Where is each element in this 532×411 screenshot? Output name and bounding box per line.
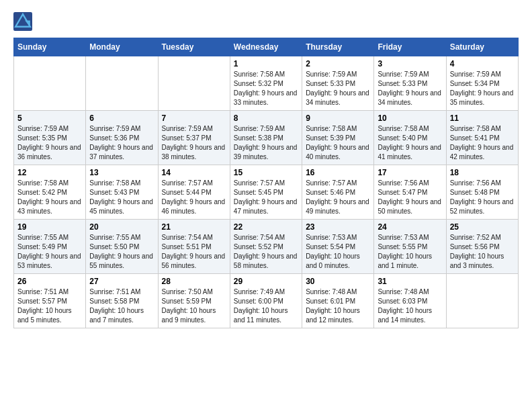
table-row: 18Sunrise: 7:56 AM Sunset: 5:48 PM Dayli…	[446, 165, 518, 220]
table-row	[14, 56, 86, 111]
day-info: Sunrise: 7:58 AM Sunset: 5:32 PM Dayligh…	[234, 70, 298, 107]
day-number: 3	[378, 59, 442, 68]
day-number: 11	[450, 113, 515, 123]
day-info: Sunrise: 7:51 AM Sunset: 5:57 PM Dayligh…	[17, 287, 82, 325]
day-info: Sunrise: 7:56 AM Sunset: 5:47 PM Dayligh…	[378, 179, 442, 216]
table-row: 7Sunrise: 7:59 AM Sunset: 5:37 PM Daylig…	[158, 111, 230, 165]
day-info: Sunrise: 7:59 AM Sunset: 5:37 PM Dayligh…	[162, 124, 226, 162]
table-row: 20Sunrise: 7:55 AM Sunset: 5:50 PM Dayli…	[86, 220, 158, 274]
day-number: 12	[17, 168, 82, 177]
day-number: 26	[17, 277, 82, 286]
day-info: Sunrise: 7:53 AM Sunset: 5:55 PM Dayligh…	[378, 233, 442, 271]
day-info: Sunrise: 7:57 AM Sunset: 5:46 PM Dayligh…	[306, 179, 370, 216]
calendar-week-row: 1Sunrise: 7:58 AM Sunset: 5:32 PM Daylig…	[14, 56, 519, 111]
day-number: 18	[450, 168, 515, 177]
table-row: 31Sunrise: 7:48 AM Sunset: 6:03 PM Dayli…	[374, 274, 446, 328]
day-number: 22	[234, 222, 298, 232]
table-row	[158, 56, 230, 111]
header-friday: Friday	[374, 38, 446, 56]
day-number: 2	[306, 59, 370, 68]
day-info: Sunrise: 7:48 AM Sunset: 6:01 PM Dayligh…	[306, 287, 370, 325]
table-row: 14Sunrise: 7:57 AM Sunset: 5:44 PM Dayli…	[158, 165, 230, 220]
day-number: 29	[234, 277, 298, 286]
day-info: Sunrise: 7:59 AM Sunset: 5:35 PM Dayligh…	[17, 124, 82, 162]
day-number: 25	[450, 222, 515, 232]
day-info: Sunrise: 7:57 AM Sunset: 5:45 PM Dayligh…	[234, 179, 298, 216]
day-number: 14	[162, 168, 226, 177]
table-row: 27Sunrise: 7:51 AM Sunset: 5:58 PM Dayli…	[86, 274, 158, 328]
day-number: 16	[306, 168, 370, 177]
logo-icon	[13, 12, 32, 31]
day-number: 17	[378, 168, 442, 177]
header-saturday: Saturday	[446, 38, 518, 56]
day-number: 21	[162, 222, 226, 232]
table-row: 29Sunrise: 7:49 AM Sunset: 6:00 PM Dayli…	[230, 274, 302, 328]
table-row: 13Sunrise: 7:58 AM Sunset: 5:43 PM Dayli…	[86, 165, 158, 220]
day-info: Sunrise: 7:59 AM Sunset: 5:33 PM Dayligh…	[378, 70, 442, 107]
table-row: 17Sunrise: 7:56 AM Sunset: 5:47 PM Dayli…	[374, 165, 446, 220]
table-row: 19Sunrise: 7:55 AM Sunset: 5:49 PM Dayli…	[14, 220, 86, 274]
table-row: 16Sunrise: 7:57 AM Sunset: 5:46 PM Dayli…	[302, 165, 374, 220]
day-number: 24	[378, 222, 442, 232]
day-info: Sunrise: 7:59 AM Sunset: 5:38 PM Dayligh…	[234, 124, 298, 162]
table-row: 4Sunrise: 7:59 AM Sunset: 5:34 PM Daylig…	[446, 56, 518, 111]
table-row: 25Sunrise: 7:52 AM Sunset: 5:56 PM Dayli…	[446, 220, 518, 274]
day-number: 19	[17, 222, 82, 232]
table-row: 26Sunrise: 7:51 AM Sunset: 5:57 PM Dayli…	[14, 274, 86, 328]
day-number: 30	[306, 277, 370, 286]
header-wednesday: Wednesday	[230, 38, 302, 56]
table-row: 5Sunrise: 7:59 AM Sunset: 5:35 PM Daylig…	[14, 111, 86, 165]
table-row: 8Sunrise: 7:59 AM Sunset: 5:38 PM Daylig…	[230, 111, 302, 165]
day-info: Sunrise: 7:57 AM Sunset: 5:44 PM Dayligh…	[162, 179, 226, 216]
table-row: 12Sunrise: 7:58 AM Sunset: 5:42 PM Dayli…	[14, 165, 86, 220]
day-info: Sunrise: 7:49 AM Sunset: 6:00 PM Dayligh…	[234, 287, 298, 325]
calendar-page: Sunday Monday Tuesday Wednesday Thursday…	[0, 0, 532, 411]
day-number: 5	[17, 113, 82, 123]
day-number: 8	[234, 113, 298, 123]
day-number: 27	[89, 277, 154, 286]
table-row: 2Sunrise: 7:59 AM Sunset: 5:33 PM Daylig…	[302, 56, 374, 111]
day-info: Sunrise: 7:53 AM Sunset: 5:54 PM Dayligh…	[306, 233, 370, 271]
day-info: Sunrise: 7:58 AM Sunset: 5:40 PM Dayligh…	[378, 124, 442, 162]
day-number: 15	[234, 168, 298, 177]
day-info: Sunrise: 7:54 AM Sunset: 5:51 PM Dayligh…	[162, 233, 226, 271]
table-row: 3Sunrise: 7:59 AM Sunset: 5:33 PM Daylig…	[374, 56, 446, 111]
header-monday: Monday	[86, 38, 158, 56]
table-row: 24Sunrise: 7:53 AM Sunset: 5:55 PM Dayli…	[374, 220, 446, 274]
day-number: 28	[162, 277, 226, 286]
day-number: 13	[89, 168, 154, 177]
table-row	[446, 274, 518, 328]
day-info: Sunrise: 7:58 AM Sunset: 5:42 PM Dayligh…	[17, 179, 82, 216]
day-number: 20	[89, 222, 154, 232]
day-info: Sunrise: 7:59 AM Sunset: 5:36 PM Dayligh…	[89, 124, 154, 162]
day-info: Sunrise: 7:54 AM Sunset: 5:52 PM Dayligh…	[234, 233, 298, 271]
day-number: 6	[89, 113, 154, 123]
table-row: 1Sunrise: 7:58 AM Sunset: 5:32 PM Daylig…	[230, 56, 302, 111]
day-number: 1	[234, 59, 298, 68]
table-row: 10Sunrise: 7:58 AM Sunset: 5:40 PM Dayli…	[374, 111, 446, 165]
table-row: 6Sunrise: 7:59 AM Sunset: 5:36 PM Daylig…	[86, 111, 158, 165]
table-row: 11Sunrise: 7:58 AM Sunset: 5:41 PM Dayli…	[446, 111, 518, 165]
weekday-header-row: Sunday Monday Tuesday Wednesday Thursday…	[14, 38, 519, 56]
day-info: Sunrise: 7:51 AM Sunset: 5:58 PM Dayligh…	[89, 287, 154, 325]
day-info: Sunrise: 7:48 AM Sunset: 6:03 PM Dayligh…	[378, 287, 442, 325]
day-info: Sunrise: 7:58 AM Sunset: 5:41 PM Dayligh…	[450, 124, 515, 162]
calendar-table: Sunday Monday Tuesday Wednesday Thursday…	[13, 38, 519, 328]
day-info: Sunrise: 7:56 AM Sunset: 5:48 PM Dayligh…	[450, 179, 515, 216]
day-info: Sunrise: 7:58 AM Sunset: 5:43 PM Dayligh…	[89, 179, 154, 216]
day-info: Sunrise: 7:59 AM Sunset: 5:34 PM Dayligh…	[450, 70, 515, 107]
day-number: 23	[306, 222, 370, 232]
calendar-week-row: 12Sunrise: 7:58 AM Sunset: 5:42 PM Dayli…	[14, 165, 519, 220]
day-number: 31	[378, 277, 442, 286]
header	[13, 12, 519, 31]
day-info: Sunrise: 7:58 AM Sunset: 5:39 PM Dayligh…	[306, 124, 370, 162]
calendar-week-row: 5Sunrise: 7:59 AM Sunset: 5:35 PM Daylig…	[14, 111, 519, 165]
day-number: 9	[306, 113, 370, 123]
table-row: 15Sunrise: 7:57 AM Sunset: 5:45 PM Dayli…	[230, 165, 302, 220]
day-number: 4	[450, 59, 515, 68]
day-number: 7	[162, 113, 226, 123]
day-info: Sunrise: 7:55 AM Sunset: 5:49 PM Dayligh…	[17, 233, 82, 271]
day-number: 10	[378, 113, 442, 123]
header-tuesday: Tuesday	[158, 38, 230, 56]
day-info: Sunrise: 7:59 AM Sunset: 5:33 PM Dayligh…	[306, 70, 370, 107]
